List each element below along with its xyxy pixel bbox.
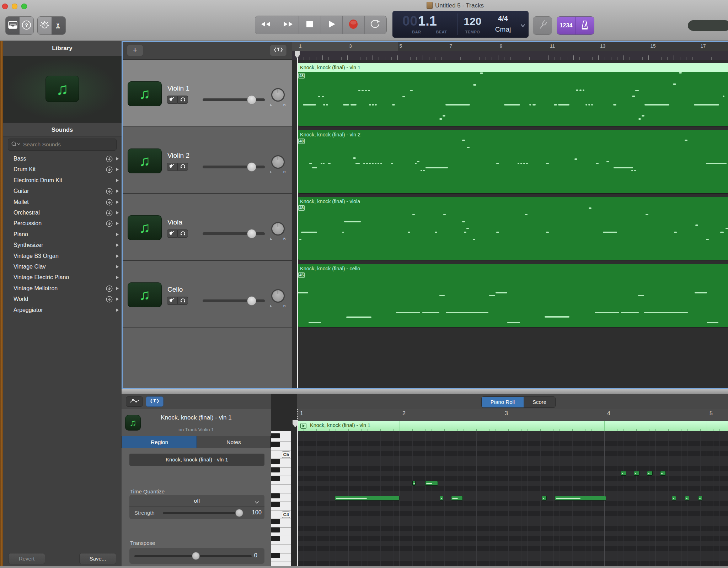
timeline-ruler-numbers[interactable]: 1357911131517 [292,42,728,51]
midi-note[interactable] [685,496,689,501]
disclosure-arrow-icon[interactable] [116,287,119,290]
download-icon[interactable] [106,156,113,162]
disclosure-arrow-icon[interactable] [116,157,119,161]
tab-piano-roll[interactable]: Piano Roll [482,397,524,407]
mute-button[interactable] [167,163,177,171]
piano-key-black[interactable] [271,528,280,532]
piano-key-f4[interactable] [271,485,291,493]
disclosure-arrow-icon[interactable] [116,168,119,171]
track-header-violin-1[interactable]: ♫Violin 1LR [122,60,292,127]
splitter[interactable] [122,389,728,394]
disclosure-arrow-icon[interactable] [116,233,119,236]
track-header-viola[interactable]: ♫ViolaLR [122,194,292,261]
pan-knob[interactable] [271,289,285,303]
mute-button[interactable] [167,297,177,305]
midi-note[interactable] [672,496,676,501]
piano-key-f3[interactable] [271,545,291,553]
revert-button[interactable]: Revert [8,553,45,564]
solo-button[interactable] [177,229,188,238]
tuner-button[interactable] [533,17,552,34]
disclosure-arrow-icon[interactable] [116,211,119,215]
track-header-cello[interactable]: ♫CelloLR [122,261,292,328]
volume-knob[interactable] [247,296,256,305]
piano-key-black[interactable] [271,493,280,498]
smart-controls-button[interactable] [38,17,52,34]
library-item-electronic-drum-kit[interactable]: Electronic Drum Kit [3,175,122,186]
midi-note[interactable] [451,496,463,501]
help-button[interactable]: ? [20,17,33,34]
disclosure-arrow-icon[interactable] [116,308,119,312]
piano-key-black[interactable] [271,502,280,507]
lcd-chevron-down-icon[interactable] [520,22,525,29]
download-icon[interactable] [106,296,113,303]
midi-note[interactable] [425,481,438,486]
download-icon[interactable] [106,210,113,216]
close-button[interactable] [2,4,8,9]
editors-button[interactable]: ✂ [52,17,65,34]
library-item-arpeggiator[interactable]: Arpeggiator [3,305,122,316]
region-violin-1[interactable]: Knock, knock (final) - vln 148 [297,63,728,126]
library-item-guitar[interactable]: Guitar [3,186,122,197]
cycle-button[interactable] [365,16,387,34]
mute-button[interactable] [167,229,177,238]
region-name-field[interactable]: Knock, knock (final) - vln 1 [129,454,264,466]
volume-knob[interactable] [247,95,256,104]
volume-slider[interactable] [203,166,265,168]
library-item-percussion[interactable]: Percussion [3,218,122,229]
midi-note[interactable] [542,496,547,501]
download-icon[interactable] [106,285,113,292]
piano-roll-region-strip[interactable]: Knock, knock (final) - vln 1 [297,421,728,431]
download-icon[interactable] [106,188,113,195]
region-viola[interactable]: Knock, knock (final) - viola48 [297,197,728,260]
count-in-button[interactable]: 1234 [557,17,576,34]
midi-note[interactable] [621,471,626,476]
piano-key-black[interactable] [271,442,280,447]
region-play-button[interactable] [300,423,306,429]
editor-catch-playhead-button[interactable] [146,396,164,407]
automation-button[interactable] [126,396,143,407]
library-item-synthesizer[interactable]: Synthesizer [3,240,122,251]
library-item-vintage-mellotron[interactable]: Vintage Mellotron [3,283,122,294]
library-item-vintage-electric-piano[interactable]: Vintage Electric Piano [3,272,122,283]
piano-key-black[interactable] [271,476,280,481]
library-item-mallet[interactable]: Mallet [3,197,122,208]
piano-key-black[interactable] [271,553,280,558]
region-violin-2[interactable]: Knock, knock (final) - vln 248 [297,130,728,193]
piano-key-black[interactable] [271,467,280,472]
piano-roll-grid[interactable] [297,431,728,568]
volume-slider[interactable] [203,232,265,235]
pan-knob[interactable] [271,88,285,102]
play-button[interactable] [321,16,343,34]
strength-slider[interactable] [163,512,239,514]
library-item-drum-kit[interactable]: Drum Kit [3,164,122,175]
record-button[interactable] [343,16,365,34]
disclosure-arrow-icon[interactable] [116,265,119,269]
solo-button[interactable] [177,297,188,305]
disclosure-arrow-icon[interactable] [116,222,119,225]
timeline-ruler-ticks[interactable] [292,51,728,60]
pan-knob[interactable] [271,222,285,236]
quantize-dropdown[interactable]: off [129,495,264,507]
rewind-button[interactable] [255,16,277,34]
midi-note[interactable] [634,471,639,476]
midi-note[interactable] [698,496,702,501]
library-item-bass[interactable]: Bass [3,154,122,164]
save-button[interactable]: Save... [79,553,116,564]
midi-note[interactable] [412,481,416,486]
tab-score[interactable]: Score [524,397,555,407]
volume-slider[interactable] [203,98,265,101]
catch-playhead-button[interactable] [270,45,287,56]
pan-knob[interactable] [271,155,285,169]
midi-note[interactable] [555,496,606,501]
midi-note[interactable] [647,471,653,476]
download-icon[interactable] [106,166,113,173]
piano-key-black[interactable] [271,459,280,464]
piano-key-black[interactable] [271,519,280,524]
tab-region[interactable]: Region [122,436,197,448]
metronome-button[interactable] [576,17,594,34]
transpose-knob[interactable] [192,552,200,560]
library-item-vintage-b3-organ[interactable]: Vintage B3 Organ [3,251,122,262]
disclosure-arrow-icon[interactable] [116,297,119,301]
library-toggle-button[interactable] [6,17,20,34]
stop-button[interactable] [299,16,321,34]
